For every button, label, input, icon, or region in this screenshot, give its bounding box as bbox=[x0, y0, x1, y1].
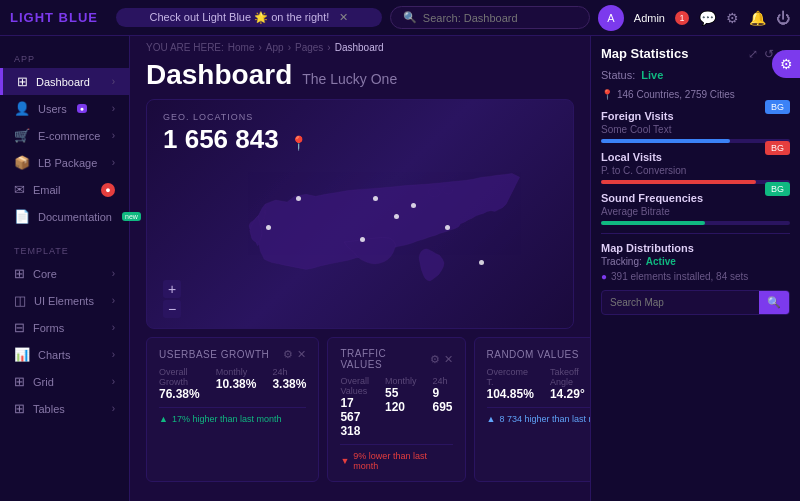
grid-icon: ⊞ bbox=[14, 374, 25, 389]
map-dot-dallas bbox=[360, 237, 365, 242]
sidebar-item-ui-elements[interactable]: ◫ UI Elements › bbox=[0, 287, 129, 314]
users-badge: ● bbox=[77, 104, 87, 113]
stat-footer-icon-blue: ▲ bbox=[487, 414, 496, 424]
sidebar-item-core-label: Core bbox=[33, 268, 57, 280]
stat-close-icon[interactable]: ✕ bbox=[297, 348, 306, 361]
foreign-visits-title: Foreign Visits bbox=[601, 110, 674, 122]
breadcrumb-sep2: › bbox=[288, 42, 291, 53]
stats-row: USERBASE GROWTH ⚙ ✕ Overall Growth 76.38… bbox=[146, 337, 574, 482]
sound-freq-btn[interactable]: BG bbox=[765, 182, 790, 196]
foreign-visits-progress-bg bbox=[601, 139, 790, 143]
sidebar-item-dashboard[interactable]: ⊞ Dashboard › bbox=[0, 68, 129, 95]
floating-settings-button[interactable]: ⚙ bbox=[772, 50, 800, 78]
sidebar-item-documentation-left: 📄 Documentation new bbox=[14, 209, 141, 224]
sound-freq-progress bbox=[601, 221, 705, 225]
sidebar-item-charts[interactable]: 📊 Charts › bbox=[0, 341, 129, 368]
zoom-controls: + − bbox=[163, 280, 181, 318]
sidebar-item-users[interactable]: 👤 Users ● › bbox=[0, 95, 129, 122]
stat-card-traffic: TRAFFIC VALUES ⚙ ✕ Overall Values 17 567… bbox=[327, 337, 465, 482]
foreign-visits-btn[interactable]: BG bbox=[765, 100, 790, 114]
location-pin-icon: 📍 bbox=[601, 89, 613, 100]
sidebar-item-ui-elements-label: UI Elements bbox=[34, 295, 94, 307]
breadcrumb-home: Home bbox=[228, 42, 255, 53]
sidebar-section-app: APP bbox=[0, 46, 129, 68]
map-container: GEO. LOCATIONS 1 656 843 📍 bbox=[146, 99, 574, 329]
panel-section-sound: Sound Frequencies BG Average Bitrate bbox=[601, 192, 790, 225]
sidebar-arrow: › bbox=[112, 376, 115, 387]
usa-map-svg bbox=[207, 120, 573, 329]
stat-metric-24h: 24h 3.38% bbox=[272, 367, 306, 401]
stat-card-userbase-title: USERBASE GROWTH bbox=[159, 349, 269, 360]
stat-card-random: RANDOM VALUES ⚙ ✕ Overcome T. 104.85% Ta… bbox=[474, 337, 591, 482]
stat-gear-icon[interactable]: ⚙ bbox=[430, 353, 440, 366]
notification-badge[interactable]: 1 bbox=[675, 11, 689, 25]
local-visits-sub: P. to C. Conversion bbox=[601, 165, 790, 176]
map-dot-new-york bbox=[411, 203, 416, 208]
promo-close-icon[interactable]: ✕ bbox=[339, 11, 348, 24]
sound-freq-title: Sound Frequencies bbox=[601, 192, 703, 204]
bell-icon[interactable]: 🔔 bbox=[749, 10, 766, 26]
location-row: 📍 146 Countries, 2759 Cities bbox=[601, 89, 790, 100]
stat-footer-userbase: ▲ 17% higher than last month bbox=[159, 407, 306, 424]
sidebar-item-forms-label: Forms bbox=[33, 322, 64, 334]
sidebar-arrow: › bbox=[112, 157, 115, 168]
status-label: Status: bbox=[601, 69, 635, 81]
stat-card-random-title: RANDOM VALUES bbox=[487, 349, 579, 360]
sidebar-item-core[interactable]: ⊞ Core › bbox=[0, 260, 129, 287]
search-map[interactable]: 🔍 bbox=[601, 290, 790, 315]
main-content: YOU ARE HERE: Home › App › Pages › Dashb… bbox=[130, 36, 590, 501]
sidebar-item-ecommerce[interactable]: 🛒 E-commerce › bbox=[0, 122, 129, 149]
local-visits-progress-bg bbox=[601, 180, 790, 184]
panel-section-distributions: Map Distributions Tracking: Active ● 391… bbox=[601, 242, 790, 282]
email-badge: ● bbox=[101, 183, 115, 197]
search-bar[interactable]: 🔍 bbox=[390, 6, 590, 29]
sidebar-arrow: › bbox=[112, 322, 115, 333]
sidebar-item-email[interactable]: ✉ Email ● bbox=[0, 176, 129, 203]
gear-icon[interactable]: ⚙ bbox=[726, 10, 739, 26]
local-visits-btn[interactable]: BG bbox=[765, 141, 790, 155]
sidebar-item-charts-label: Charts bbox=[38, 349, 70, 361]
stat-metric-takeoff: Takeoff Angle 14.29° bbox=[550, 367, 585, 401]
stat-footer-icon-down: ▼ bbox=[340, 456, 349, 466]
zoom-in-button[interactable]: + bbox=[163, 280, 181, 298]
chat-icon[interactable]: 💬 bbox=[699, 10, 716, 26]
stat-metric-overall-values: Overall Values 17 567 318 bbox=[340, 376, 369, 438]
search-icon: 🔍 bbox=[403, 11, 417, 24]
stat-metrics-random: Overcome T. 104.85% Takeoff Angle 14.29°… bbox=[487, 367, 591, 401]
stat-footer-icon-up: ▲ bbox=[159, 414, 168, 424]
sidebar-item-users-left: 👤 Users ● bbox=[14, 101, 87, 116]
stat-close-icon[interactable]: ✕ bbox=[444, 353, 453, 366]
power-icon[interactable]: ⏻ bbox=[776, 10, 790, 26]
promo-bar: Check out Light Blue 🌟 on the right! ✕ bbox=[116, 8, 382, 27]
sidebar-arrow: › bbox=[112, 268, 115, 279]
layout: APP ⊞ Dashboard › 👤 Users ● › 🛒 E-commer… bbox=[0, 36, 800, 501]
map-dot-denver bbox=[296, 196, 301, 201]
stat-gear-icon[interactable]: ⚙ bbox=[283, 348, 293, 361]
panel-title: Map Statistics bbox=[601, 46, 688, 61]
sidebar-item-email-left: ✉ Email bbox=[14, 182, 61, 197]
sidebar-item-lbpackage[interactable]: 📦 LB Package › bbox=[0, 149, 129, 176]
stat-metric-24h-traffic: 24h 9 695 bbox=[432, 376, 452, 438]
sidebar-item-forms[interactable]: ⊟ Forms › bbox=[0, 314, 129, 341]
search-map-input[interactable] bbox=[602, 291, 759, 314]
stat-metric-monthly: Monthly 10.38% bbox=[216, 367, 257, 401]
search-map-button[interactable]: 🔍 bbox=[759, 291, 789, 314]
tracking-label: Tracking: bbox=[601, 256, 642, 267]
sidebar-item-dashboard-label: Dashboard bbox=[36, 76, 90, 88]
sidebar-item-documentation[interactable]: 📄 Documentation new bbox=[0, 203, 129, 230]
search-input[interactable] bbox=[423, 12, 577, 24]
sidebar-item-tables[interactable]: ⊞ Tables › bbox=[0, 395, 129, 422]
zoom-out-button[interactable]: − bbox=[163, 300, 181, 318]
stat-metric-overcome: Overcome T. 104.85% bbox=[487, 367, 534, 401]
sidebar-item-grid[interactable]: ⊞ Grid › bbox=[0, 368, 129, 395]
stat-footer-traffic: ▼ 9% lower than last month bbox=[340, 444, 452, 471]
panel-section-local: Local Visits BG P. to C. Conversion bbox=[601, 151, 790, 184]
package-icon: 📦 bbox=[14, 155, 30, 170]
panel-expand-icon[interactable]: ⤢ bbox=[748, 47, 758, 61]
stat-card-userbase-actions: ⚙ ✕ bbox=[283, 348, 306, 361]
stat-card-traffic-actions: ⚙ ✕ bbox=[430, 353, 453, 366]
right-panel: Map Statistics ⤢ ↺ ✕ Status: Live 📍 146 … bbox=[590, 36, 800, 501]
tables-icon: ⊞ bbox=[14, 401, 25, 416]
page-title: Dashboard bbox=[146, 59, 292, 91]
sound-freq-progress-bg bbox=[601, 221, 790, 225]
